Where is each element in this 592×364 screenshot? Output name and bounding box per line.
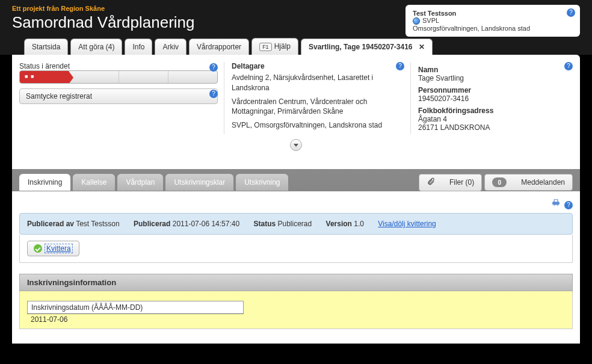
subtab-kallelse[interactable]: Kallelse	[73, 174, 115, 191]
pub-by-label: Publicerad av	[27, 220, 74, 228]
tab-att-gora[interactable]: Att göra (4)	[70, 39, 122, 55]
expand-collapse-button[interactable]	[290, 139, 302, 151]
sub-tab-area: Inskrivning Kallelse Vårdplan Utskrivnin…	[12, 169, 580, 336]
pnr-label: Personnummer	[418, 86, 573, 94]
pub-label: Publicerad	[134, 220, 170, 228]
tab-patient[interactable]: Svartling, Tage 19450207-3416✕	[301, 39, 433, 55]
tab-arkiv[interactable]: Arkiv	[155, 39, 187, 55]
tab-vardrapporter[interactable]: Vårdrapporter	[189, 39, 249, 55]
subtab-utskrivning[interactable]: Utskrivning	[236, 174, 288, 191]
main-tabs: Startsida Att göra (4) Info Arkiv Vårdra…	[12, 38, 580, 55]
user-role: SVPL	[422, 17, 439, 24]
user-org: Omsorgsförvaltningen, Landskrona stad	[413, 25, 573, 32]
name-value: Tage Svartling	[418, 74, 573, 82]
content-area: ? Publicerad av Test Testsson Publicerad…	[12, 191, 580, 336]
kvittera-button[interactable]: Kvittera	[27, 241, 79, 256]
status-label: Status	[253, 220, 276, 228]
participant-3: SVPL, Omsorgsförvaltningen, Landskrona s…	[232, 120, 404, 131]
progress-segment-3	[119, 71, 168, 83]
section-header: Inskrivningsinformation	[19, 274, 573, 291]
pub-date: 2011-07-06 14:57:40	[173, 220, 239, 228]
progress-segment-2	[69, 71, 119, 83]
app-header: Ett projekt från Region Skåne Samordnad …	[0, 0, 592, 55]
pnr-value: 19450207-3416	[418, 94, 573, 103]
name-label: Namn	[418, 66, 573, 74]
toggle-kvittering-link[interactable]: Visa/dölj kvittering	[378, 220, 436, 228]
status-label: Status i ärendet	[19, 62, 70, 70]
files-button[interactable]: Filer (0)	[419, 174, 482, 191]
help-icon[interactable]: ?	[209, 63, 218, 72]
help-icon[interactable]: ?	[396, 62, 404, 70]
consent-pill[interactable]: Samtycke registrerat	[19, 88, 218, 104]
check-icon	[34, 244, 42, 253]
subtab-inskrivning[interactable]: Inskrivning	[19, 174, 70, 191]
tab-info[interactable]: Info	[125, 39, 152, 55]
progress-segment-4	[168, 71, 217, 83]
inskrivning-form: Inskrivningsdatum (ÅÅÅÅ-MM-DD) 2011-07-0…	[19, 291, 573, 329]
addr-label: Folkbokföringsadress	[418, 106, 573, 115]
status-value: Publicerad	[278, 220, 312, 228]
status-progress: ■ ■	[19, 70, 218, 84]
user-info-box: ? Test Testsson SVPL Omsorgsförvaltninge…	[405, 5, 580, 37]
version-value: 1.0	[354, 220, 364, 228]
addr-line-1: Ågatan 4	[418, 115, 573, 123]
tab-startsida[interactable]: Startsida	[24, 39, 68, 55]
f1-key-icon: F1	[259, 43, 272, 51]
message-count-badge: 0	[492, 177, 507, 187]
help-icon[interactable]: ?	[564, 62, 573, 70]
globe-icon	[413, 17, 420, 25]
pub-by-value: Test Testsson	[76, 220, 119, 228]
participant-2: Vårdcentralen Centrum, Vårdcentraler och…	[232, 97, 404, 117]
help-icon[interactable]: ?	[209, 90, 218, 98]
help-icon[interactable]: ?	[564, 201, 573, 209]
participants-label: Deltagare	[232, 62, 404, 70]
tab-hjalp[interactable]: F1Hjälp	[251, 38, 298, 55]
participant-1: Avdelning 2, Närsjukvårdsenhet, Lasarett…	[232, 73, 404, 93]
subtab-vardplan[interactable]: Vårdplan	[117, 174, 163, 191]
messages-button[interactable]: 0 Meddelanden	[484, 174, 573, 191]
subtab-utskrivningsklar[interactable]: Utskrivningsklar	[165, 174, 233, 191]
addr-line-2: 26171 LANDSKRONA	[418, 123, 573, 132]
close-tab-icon[interactable]: ✕	[419, 43, 425, 51]
publication-info-bar: Publicerad av Test Testsson Publicerad 2…	[19, 213, 573, 235]
user-name: Test Testsson	[413, 10, 573, 17]
paperclip-icon	[427, 177, 435, 188]
version-label: Version	[326, 220, 352, 228]
help-icon[interactable]: ?	[567, 8, 575, 17]
progress-segment-1: ■ ■	[20, 71, 69, 83]
print-icon[interactable]	[552, 200, 560, 209]
field-label-inskrivningsdatum: Inskrivningsdatum (ÅÅÅÅ-MM-DD)	[27, 301, 244, 314]
main-panel: Status i ärendet ? ■ ■ Samtycke registre…	[12, 55, 580, 344]
field-value-inskrivningsdatum: 2011-07-06	[27, 314, 565, 325]
